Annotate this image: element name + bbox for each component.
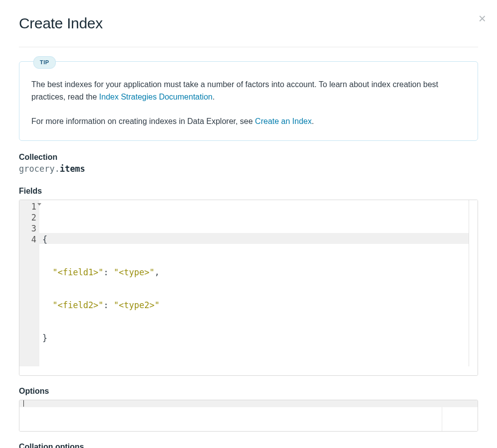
editor-code[interactable]: { "<field1>": "<type>", "<field2>": "<ty… bbox=[39, 200, 469, 366]
active-line-highlight bbox=[39, 233, 469, 244]
tip-text: For more information on creating indexes… bbox=[31, 117, 255, 125]
link-index-strategies[interactable]: Index Strategies Documentation bbox=[99, 93, 213, 101]
collection-db: grocery bbox=[19, 164, 55, 174]
header-divider bbox=[19, 47, 478, 47]
editor-header-bar bbox=[19, 400, 478, 407]
tip-text: The best indexes for your application mu… bbox=[31, 80, 438, 101]
tip-text: . bbox=[312, 117, 314, 125]
collection-dot: . bbox=[55, 164, 60, 174]
tip-text: . bbox=[213, 93, 215, 101]
close-icon[interactable]: × bbox=[479, 12, 486, 25]
collection-coll: items bbox=[60, 164, 85, 174]
code-token: , bbox=[154, 267, 159, 277]
tip-callout: TIP The best indexes for your applicatio… bbox=[19, 61, 478, 141]
collation-label: Collation options bbox=[19, 443, 478, 448]
line-number: 2 bbox=[24, 212, 36, 223]
line-number: 3 bbox=[24, 223, 36, 234]
link-create-an-index[interactable]: Create an Index bbox=[255, 117, 312, 125]
collection-name: grocery.items bbox=[19, 164, 478, 174]
code-token: "<type>" bbox=[114, 267, 154, 277]
cursor-icon bbox=[23, 400, 24, 407]
code-token: : bbox=[104, 300, 114, 310]
code-token: "<field2>" bbox=[52, 300, 103, 310]
fields-label: Fields bbox=[19, 187, 478, 196]
tip-badge: TIP bbox=[33, 56, 56, 69]
editor-scrollbar[interactable] bbox=[469, 200, 478, 366]
code-token: } bbox=[42, 333, 47, 343]
code-token: : bbox=[104, 267, 114, 277]
options-editor[interactable] bbox=[19, 400, 478, 432]
fields-editor[interactable]: 1 2 3 4 { "<field1>": "<type>", "<field2… bbox=[19, 200, 478, 376]
line-number: 4 bbox=[24, 234, 36, 245]
page-title: Create Index bbox=[19, 15, 478, 32]
collection-label: Collection bbox=[19, 153, 478, 162]
line-number: 1 bbox=[24, 201, 36, 212]
tip-paragraph-1: The best indexes for your application mu… bbox=[31, 79, 466, 104]
code-token: "<field1>" bbox=[52, 267, 103, 277]
code-token: "<type2>" bbox=[114, 300, 159, 310]
code-token: { bbox=[42, 234, 47, 244]
tip-paragraph-2: For more information on creating indexes… bbox=[31, 115, 466, 128]
editor-padding bbox=[19, 366, 478, 375]
editor-gutter: 1 2 3 4 bbox=[19, 200, 39, 366]
editor-scrollbar[interactable] bbox=[442, 407, 478, 431]
editor-body[interactable] bbox=[19, 407, 442, 431]
options-label: Options bbox=[19, 387, 478, 396]
